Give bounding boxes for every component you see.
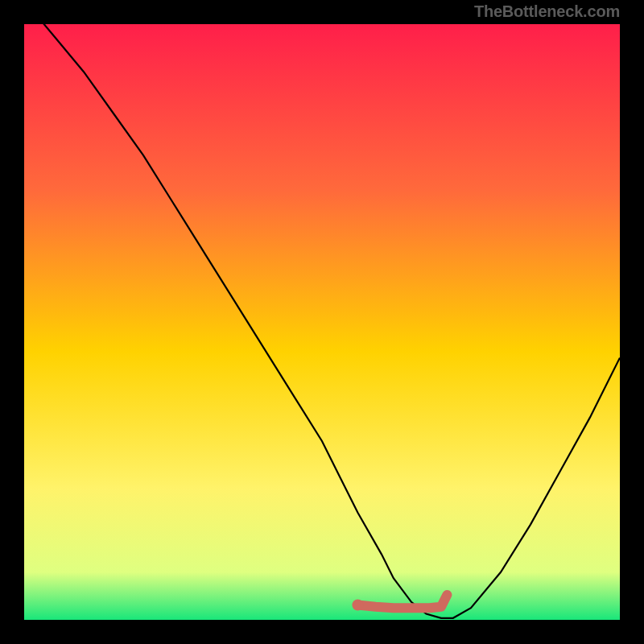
attribution-watermark: TheBottleneck.com	[474, 2, 620, 21]
chart-canvas: TheBottleneck.com	[0, 0, 644, 644]
plot-area	[24, 24, 620, 620]
optimal-range-start-dot	[352, 600, 363, 611]
chart-svg	[24, 24, 620, 620]
